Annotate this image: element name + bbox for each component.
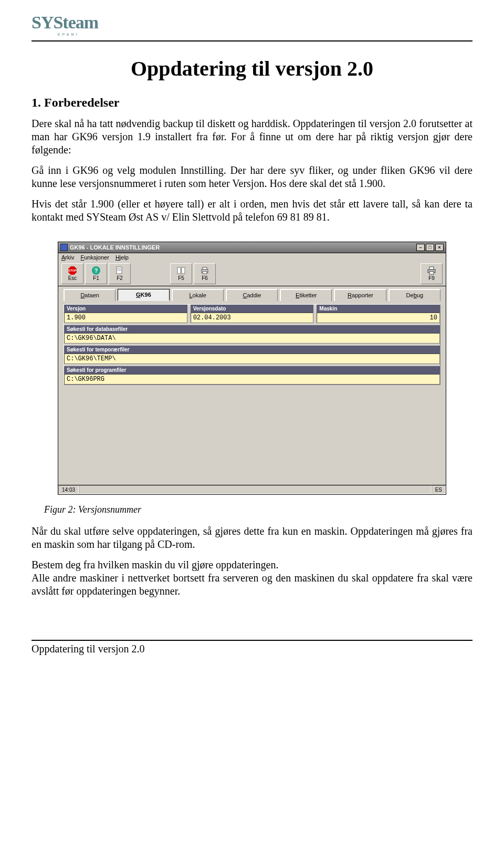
menu-hjelp[interactable]: Hjelp: [116, 254, 129, 261]
toolbar-f1-label: F1: [93, 275, 99, 281]
label-versjon: Versjon: [64, 305, 187, 313]
figure-caption: Figur 2: Versjonsnummer: [44, 504, 472, 515]
toolbar-f1-button[interactable]: ? F1: [85, 263, 107, 284]
tab-dataen[interactable]: Dataen: [64, 289, 116, 301]
svg-rect-2: [182, 267, 185, 274]
tab-lokale[interactable]: Lokale: [172, 289, 224, 301]
tab-etiketter[interactable]: Etiketter: [280, 289, 332, 301]
toolbar-esc-label: Esc: [68, 275, 77, 281]
menu-funksjoner[interactable]: Funksjoner: [80, 254, 109, 261]
label-prg-path: Søkesti for programfiler: [64, 366, 440, 374]
header-rule: [32, 40, 472, 41]
paragraph-2: Gå inn i GK96 og velg modulen Innstillin…: [32, 164, 472, 190]
printer-setup-icon: [200, 266, 210, 275]
app-icon: [60, 244, 68, 251]
toolbar-f5-label: F5: [178, 275, 184, 281]
label-maskin: Maskin: [317, 305, 440, 313]
svg-rect-1: [177, 267, 181, 274]
svg-rect-8: [429, 272, 434, 274]
close-button[interactable]: ×: [435, 244, 444, 251]
label-versjonsdato: Versjonsdato: [191, 305, 314, 313]
logo-subtext: EPANI: [58, 33, 472, 36]
toolbar-f9-label: F9: [428, 275, 435, 281]
toolbar-f2-label: F2: [117, 275, 123, 281]
toolbar-f9-button[interactable]: F9: [421, 263, 443, 284]
status-bar: 14:03 ES: [58, 485, 446, 495]
paragraph-5: Bestem deg fra hvilken maskin du vil gjø…: [32, 558, 472, 572]
field-maskin[interactable]: 10: [317, 313, 440, 323]
tab-row: Dataen GK96 Lokale Caddie Etiketter Rapp…: [58, 286, 446, 301]
fields-panel: Versjon 1.900 Versjonsdato 02.04.2003 Ma…: [64, 304, 440, 385]
stop-icon: STOP: [67, 266, 78, 275]
footer-rule: [32, 640, 472, 641]
toolbar-f6-button[interactable]: F6: [194, 263, 216, 284]
svg-rect-4: [203, 267, 207, 269]
paragraph-6: Alle andre maskiner i nettverket bortset…: [32, 572, 472, 598]
field-prg-path[interactable]: C:\GK96PRG: [64, 374, 440, 385]
field-db-path[interactable]: C:\GK96\DATA\: [64, 333, 440, 344]
status-spacer: [79, 485, 432, 494]
tab-debug[interactable]: Debug: [388, 289, 440, 301]
paragraph-1: Dere skal nå ha tatt nødvendig backup ti…: [32, 117, 472, 157]
menu-arkiv[interactable]: Arkiv: [61, 254, 74, 261]
label-db-path: Søkesti for databasefiler: [64, 325, 440, 333]
document-icon: [114, 266, 125, 275]
paragraph-4: Når du skal utføre selve oppdateringen, …: [32, 525, 472, 551]
tab-rapporter[interactable]: Rapporter: [334, 289, 386, 301]
footer-text: Oppdatering til versjon 2.0: [32, 643, 472, 655]
logo-text: SYSteam: [32, 13, 98, 33]
menu-bar: Arkiv Funksjoner Hjelp: [58, 253, 446, 262]
gk96-window: GK96 - LOKALE INNSTILLINGER – □ × Arkiv …: [58, 242, 446, 495]
minimize-button[interactable]: –: [416, 244, 425, 251]
section-heading: 1. Forberedelser: [32, 96, 472, 110]
label-temp-path: Søkesti for temporærfiler: [64, 346, 440, 354]
status-lang: ES: [432, 485, 446, 494]
toolbar-f5-button[interactable]: F5: [170, 263, 192, 284]
status-time: 14:03: [58, 485, 79, 494]
paragraph-3: Hvis det står 1.900 (eller et høyere tal…: [32, 198, 472, 224]
toolbar-f6-label: F6: [202, 275, 208, 281]
empty-panel-area: [64, 385, 440, 480]
field-versjonsdato[interactable]: 02.04.2003: [191, 313, 314, 323]
svg-rect-5: [203, 272, 207, 274]
field-versjon[interactable]: 1.900: [64, 313, 187, 323]
tab-caddie[interactable]: Caddie: [226, 289, 278, 301]
toolbar-esc-button[interactable]: STOP Esc: [61, 263, 83, 284]
page-title: Oppdatering til versjon 2.0: [32, 56, 472, 81]
maximize-button[interactable]: □: [426, 244, 434, 251]
toolbar-f2-button[interactable]: F2: [109, 263, 131, 284]
letterhead: SYSteam EPANI: [32, 0, 472, 41]
logo: SYSteam: [32, 13, 98, 33]
field-temp-path[interactable]: C:\GK96\TEMP\: [64, 354, 440, 364]
tab-gk96[interactable]: GK96: [118, 289, 169, 301]
help-icon: ?: [91, 266, 101, 275]
toolbar: STOP Esc ? F1 F2 F5 F6: [58, 262, 446, 286]
svg-rect-7: [429, 267, 434, 269]
window-titlebar: GK96 - LOKALE INNSTILLINGER – □ ×: [58, 242, 446, 253]
printer-icon: [426, 266, 437, 275]
form-area: Versjon 1.900 Versjonsdato 02.04.2003 Ma…: [58, 301, 446, 485]
window-title: GK96 - LOKALE INNSTILLINGER: [70, 244, 415, 251]
list-icon: [176, 266, 186, 275]
